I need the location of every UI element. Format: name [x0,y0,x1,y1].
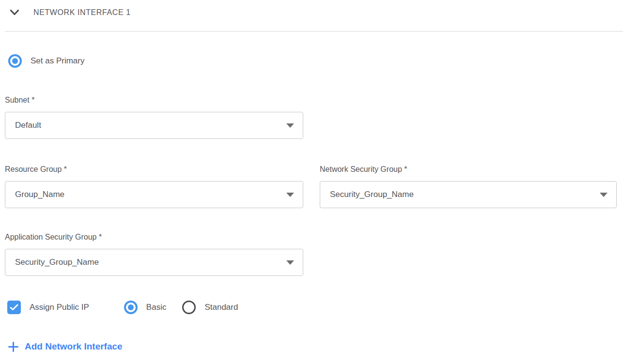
resource-group-select[interactable]: Group_Name [5,181,303,208]
network-interface-section: NETWORK INTERFACE 1 Set as Primary Subne… [0,0,623,352]
standard-radio[interactable] [182,301,196,314]
application-security-group-label: Application Security Group * [5,233,623,242]
section-title: NETWORK INTERFACE 1 [33,8,131,17]
assign-public-ip-checkbox[interactable] [7,301,21,314]
resource-group-label: Resource Group * [5,165,303,174]
application-security-group-select[interactable]: Security_Group_Name [5,249,303,276]
subnet-label: Subnet * [5,96,623,105]
caret-down-icon[interactable] [286,123,294,128]
set-as-primary-row: Set as Primary [8,54,623,68]
standard-radio-label[interactable]: Standard [204,303,238,312]
network-security-group-value: Security_Group_Name [330,190,414,199]
caret-down-icon[interactable] [600,193,607,197]
resource-group-value: Group_Name [15,190,64,199]
network-security-group-label: Network Security Group * [320,165,617,174]
caret-down-icon[interactable] [286,193,294,197]
subnet-value: Default [15,121,41,130]
plus-icon [8,342,18,352]
application-security-group-field: Application Security Group * Security_Gr… [5,233,623,276]
section-header[interactable]: NETWORK INTERFACE 1 [0,0,623,19]
section-divider [5,31,623,32]
set-as-primary-label[interactable]: Set as Primary [31,56,84,66]
resource-group-field: Resource Group * Group_Name [5,165,303,208]
subnet-select[interactable]: Default [5,112,303,139]
group-fields-row: Resource Group * Group_Name Network Secu… [0,165,623,208]
checkmark-icon [10,304,18,311]
chevron-down-icon[interactable] [10,9,19,16]
subnet-field: Subnet * Default [5,96,623,139]
network-security-group-field: Network Security Group * Security_Group_… [320,165,617,208]
network-security-group-select[interactable]: Security_Group_Name [320,181,617,208]
basic-radio-label[interactable]: Basic [146,303,167,312]
add-network-interface-label: Add Network Interface [25,341,123,352]
set-as-primary-radio[interactable] [8,54,22,68]
application-security-group-value: Security_Group_Name [15,258,99,267]
assign-public-ip-label[interactable]: Assign Public IP [30,303,89,312]
public-ip-options-row: Assign Public IP Basic Standard [7,300,623,315]
caret-down-icon[interactable] [286,260,294,265]
basic-radio[interactable] [124,301,138,314]
add-network-interface-link[interactable]: Add Network Interface [8,341,623,352]
